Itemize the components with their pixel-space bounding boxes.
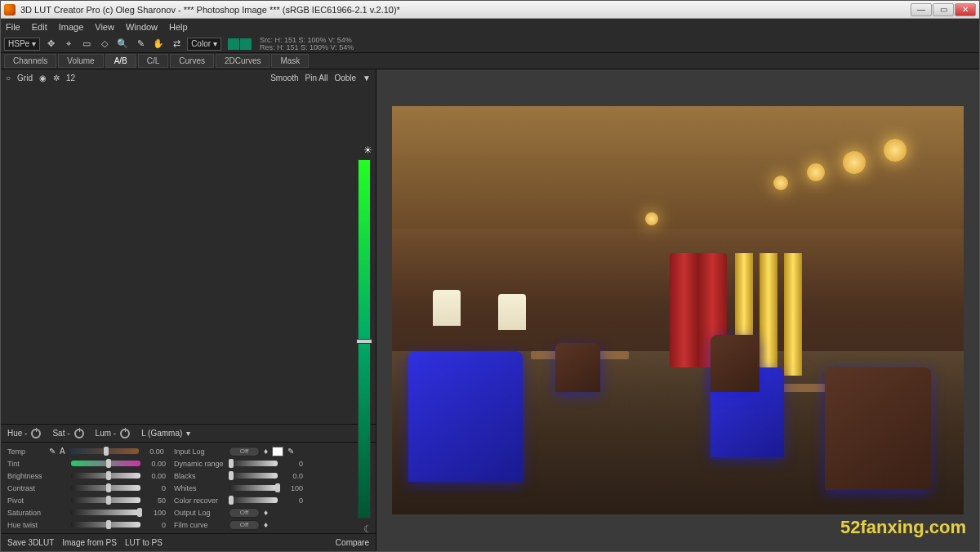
eyedropper-icon[interactable]: ✎ bbox=[287, 447, 294, 456]
sun-icon: ☀ bbox=[363, 145, 372, 156]
lum-knob[interactable] bbox=[120, 429, 130, 438]
pivot-slider[interactable] bbox=[71, 497, 140, 503]
menu-file[interactable]: File bbox=[6, 22, 20, 32]
blacks-slider[interactable] bbox=[229, 473, 278, 479]
tab-2dcurves[interactable]: 2DCurves bbox=[216, 54, 270, 68]
minimize-button[interactable]: — bbox=[911, 3, 932, 16]
dynrange-slider[interactable] bbox=[229, 461, 278, 466]
color-swatches bbox=[228, 38, 252, 50]
dynrange-value[interactable]: 0 bbox=[282, 460, 303, 468]
brightness-slider[interactable] bbox=[71, 473, 140, 479]
tool-flip-icon[interactable]: ⇄ bbox=[169, 37, 184, 51]
huetwist-value[interactable]: 0 bbox=[145, 521, 166, 529]
menu-edit[interactable]: Edit bbox=[32, 22, 47, 32]
pivot-value[interactable]: 50 bbox=[145, 496, 166, 505]
tool-move-icon[interactable]: ✥ bbox=[43, 37, 58, 51]
tab-mask[interactable]: Mask bbox=[271, 54, 309, 68]
tool-lasso-icon[interactable]: ◇ bbox=[97, 37, 112, 51]
radio-off[interactable]: ○ bbox=[6, 73, 11, 82]
grid-options-bar: ○ Grid ◉ ✲ 12 Smooth Pin All Ooble ▼ bbox=[1, 69, 376, 86]
white-swatch[interactable] bbox=[272, 447, 283, 456]
close-button[interactable]: ✕ bbox=[955, 3, 976, 16]
menu-image[interactable]: Image bbox=[59, 22, 84, 32]
tab-channels[interactable]: Channels bbox=[4, 54, 56, 68]
image-from-ps-button[interactable]: Image from PS bbox=[62, 538, 117, 547]
moon-icon: ☾ bbox=[363, 523, 372, 535]
brightness-value[interactable]: 0.00 bbox=[145, 472, 166, 480]
saturation-label: Saturation bbox=[7, 509, 45, 517]
compare-button[interactable]: Compare bbox=[336, 538, 369, 547]
sliders-panel: Temp✎A0.00 Tint0.00 Brightness0.00 Contr… bbox=[1, 442, 376, 533]
grid-count[interactable]: 12 bbox=[66, 73, 75, 82]
chevron-down-icon: ▾ bbox=[213, 39, 217, 48]
sat-knob[interactable] bbox=[74, 429, 84, 438]
save-3dlut-button[interactable]: Save 3DLUT bbox=[7, 538, 54, 547]
contrast-label: Contrast bbox=[7, 484, 45, 492]
hue-knob[interactable] bbox=[31, 429, 41, 438]
auto-icon[interactable]: A bbox=[60, 447, 65, 456]
chevron-down-icon[interactable]: ▾ bbox=[186, 429, 190, 438]
hue-label: Hue - bbox=[7, 429, 27, 438]
swatch-2[interactable] bbox=[240, 38, 252, 50]
tab-ab[interactable]: A/B bbox=[105, 54, 136, 68]
colorrec-slider[interactable] bbox=[229, 497, 278, 503]
tool-rect-icon[interactable]: ▭ bbox=[79, 37, 94, 51]
contrast-slider[interactable] bbox=[71, 485, 140, 491]
panel-tabs: Channels Volume A/B C/L Curves 2DCurves … bbox=[1, 53, 979, 69]
grid-gear-icon[interactable]: ✲ bbox=[53, 73, 60, 82]
tab-cl[interactable]: C/L bbox=[138, 54, 169, 68]
eyedropper-icon[interactable]: ✎ bbox=[49, 447, 56, 456]
blacks-label: Blacks bbox=[174, 472, 225, 480]
preview-image[interactable] bbox=[392, 106, 964, 514]
huetwist-slider[interactable] bbox=[71, 522, 140, 528]
tool-zoom-icon[interactable]: 🔍 bbox=[115, 37, 130, 51]
tool-snap-icon[interactable]: ⌖ bbox=[61, 37, 76, 51]
lut-to-ps-button[interactable]: LUT to PS bbox=[125, 538, 163, 547]
preview-panel: 52fanxing.com bbox=[376, 69, 979, 551]
luminance-slider[interactable] bbox=[358, 159, 371, 519]
contrast-value[interactable]: 0 bbox=[145, 484, 166, 492]
colorrec-value[interactable]: 0 bbox=[282, 496, 303, 505]
tool-hand-icon[interactable]: ✋ bbox=[151, 37, 166, 51]
filmcurve-value[interactable]: Off bbox=[229, 520, 260, 530]
inputlog-value[interactable]: Off bbox=[229, 447, 260, 456]
lgamma-label: L (Gamma) bbox=[141, 429, 182, 438]
temp-slider[interactable] bbox=[69, 448, 139, 454]
ooble-label[interactable]: Ooble bbox=[334, 73, 356, 82]
tint-label: Tint bbox=[7, 460, 45, 468]
whites-value[interactable]: 100 bbox=[282, 484, 303, 492]
tab-curves[interactable]: Curves bbox=[170, 54, 214, 68]
whites-slider[interactable] bbox=[229, 485, 278, 491]
saturation-value[interactable]: 100 bbox=[145, 509, 166, 517]
grid-target-icon[interactable]: ◉ bbox=[39, 73, 47, 82]
tint-slider[interactable] bbox=[71, 461, 140, 466]
temp-label: Temp bbox=[7, 447, 45, 456]
outputlog-value[interactable]: Off bbox=[229, 508, 260, 518]
stepper-icon[interactable]: ♦ bbox=[264, 520, 268, 529]
huetwist-label: Hue twist bbox=[7, 521, 45, 529]
pivot-label: Pivot bbox=[7, 496, 45, 505]
tool-eyedropper-icon[interactable]: ✎ bbox=[133, 37, 148, 51]
menu-help[interactable]: Help bbox=[169, 22, 188, 32]
stepper-icon[interactable]: ♦ bbox=[264, 508, 268, 517]
menu-window[interactable]: Window bbox=[126, 22, 158, 32]
tab-volume[interactable]: Volume bbox=[58, 54, 103, 68]
swatch-1[interactable] bbox=[228, 38, 239, 50]
saturation-slider[interactable] bbox=[71, 510, 140, 515]
blacks-value[interactable]: 0.0 bbox=[282, 472, 303, 480]
chevron-down-icon[interactable]: ▼ bbox=[363, 73, 371, 82]
smooth-label[interactable]: Smooth bbox=[270, 73, 298, 82]
window-title: 3D LUT Creator Pro (c) Oleg Sharonov - *… bbox=[20, 5, 911, 15]
mode-select[interactable]: HSPe▾ bbox=[4, 38, 40, 51]
maximize-button[interactable]: ▭ bbox=[933, 3, 954, 16]
tint-value[interactable]: 0.00 bbox=[145, 460, 166, 468]
menu-view[interactable]: View bbox=[95, 22, 114, 32]
stepper-icon[interactable]: ♦ bbox=[264, 447, 268, 456]
temp-value[interactable]: 0.00 bbox=[143, 447, 164, 456]
watermark: 52fanxing.com bbox=[840, 517, 966, 538]
lum-label: Lum - bbox=[96, 429, 117, 438]
pinall-label[interactable]: Pin All bbox=[305, 73, 328, 82]
hsv-readout: Src: H: 151 S: 100% V: 54% Res: H: 151 S… bbox=[255, 37, 354, 51]
color-mode[interactable]: Color▾ bbox=[187, 38, 221, 51]
footer-bar: Save 3DLUT Image from PS LUT to PS Compa… bbox=[1, 533, 376, 551]
